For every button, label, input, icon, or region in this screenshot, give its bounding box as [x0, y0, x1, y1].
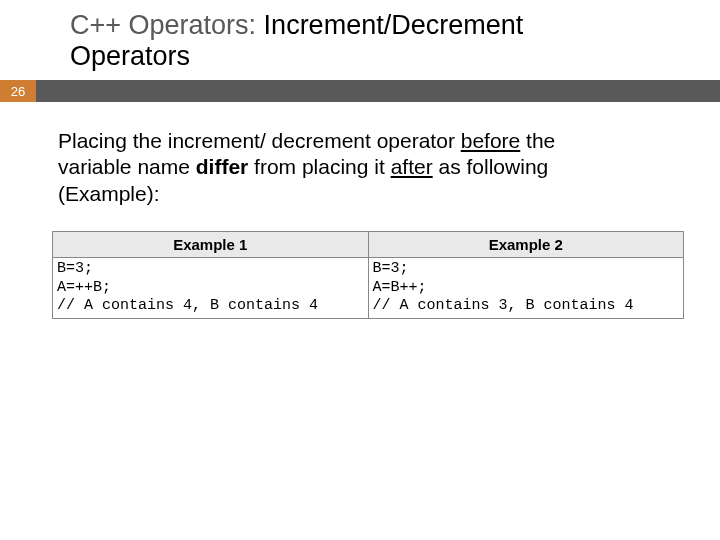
- word-after: after: [391, 155, 433, 178]
- title-part3: Operators: [70, 41, 720, 72]
- word-differ: differ: [196, 155, 249, 178]
- code-line: B=3;: [373, 260, 678, 279]
- table-cell-right: B=3;A=B++;// A contains 3, B contains 4: [368, 257, 684, 318]
- code-line: // A contains 3, B contains 4: [373, 297, 678, 316]
- word-before: before: [461, 129, 521, 152]
- body-seg6: (Example):: [58, 182, 160, 205]
- table-header-2: Example 2: [368, 231, 684, 257]
- page-number: 26: [0, 80, 36, 102]
- table-row: B=3;A=++B;// A contains 4, B contains 4 …: [53, 257, 684, 318]
- body-seg5: as following: [433, 155, 549, 178]
- slide-title: C++ Operators: Increment/Decrement Opera…: [0, 0, 720, 80]
- examples-table: Example 1 Example 2 B=3;A=++B;// A conta…: [52, 231, 684, 319]
- page-number-bar: 26: [0, 80, 720, 102]
- code-line: B=3;: [57, 260, 362, 279]
- table-header-row: Example 1 Example 2: [53, 231, 684, 257]
- table-header-1: Example 1: [53, 231, 369, 257]
- examples-table-wrap: Example 1 Example 2 B=3;A=++B;// A conta…: [0, 207, 720, 319]
- code-line: A=++B;: [57, 279, 362, 298]
- page-number-stripe: [36, 80, 720, 102]
- code-line: A=B++;: [373, 279, 678, 298]
- body-seg3: variable name: [58, 155, 196, 178]
- body-paragraph: Placing the increment/ decrement operato…: [0, 102, 720, 207]
- code-line: // A contains 4, B contains 4: [57, 297, 362, 316]
- table-cell-left: B=3;A=++B;// A contains 4, B contains 4: [53, 257, 369, 318]
- body-seg2: the: [520, 129, 555, 152]
- title-part2: Increment/Decrement: [264, 10, 524, 40]
- body-seg1: Placing the increment/ decrement operato…: [58, 129, 461, 152]
- title-part1: C++ Operators:: [70, 10, 256, 40]
- body-seg4: from placing it: [248, 155, 390, 178]
